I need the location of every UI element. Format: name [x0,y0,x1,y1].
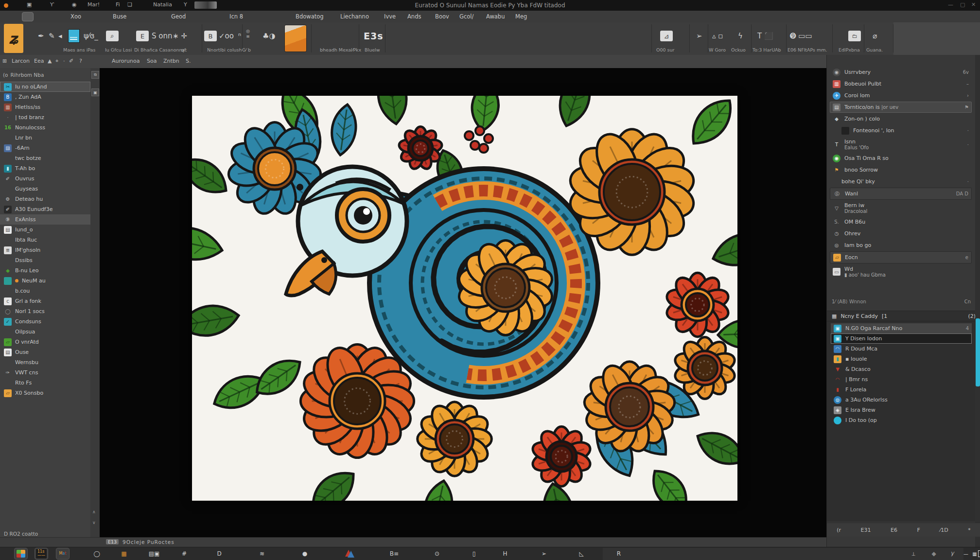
layers-footer-button-0[interactable]: (r [837,527,841,533]
cursor-app-icon[interactable]: ➢ [538,548,550,559]
gutter-scroll-down-icon[interactable]: ∨ [92,520,96,525]
chart-tool-icon[interactable]: ⊿ [660,29,673,43]
sidebar-item[interactable]: ▱X0 Sonsbo [0,388,90,398]
arrange-icons[interactable]: ▵ ▫ [712,29,723,43]
layers-footer-button-1[interactable]: E31 [861,527,871,533]
layers-footer-button-2[interactable]: E6 [891,527,897,533]
i-circle-app-icon[interactable]: ⊙ [431,548,443,559]
controlbar-item-1[interactable]: Larcon [12,58,30,64]
sidebar-item[interactable]: 16Nonulocsss [0,122,90,133]
text-block-icons[interactable]: T ⬛ [757,29,773,43]
target-icon[interactable]: ◉ [72,1,77,8]
layer-row[interactable]: ▼& Dcasco [831,364,972,374]
cursor-tool-icon[interactable]: ➢ [696,29,702,43]
layers-footer-button-3[interactable]: F [917,527,920,533]
menu-item-2[interactable]: Geod [171,13,186,20]
menu-item-7[interactable]: Ands [407,13,421,20]
sidebar-item[interactable]: ▥Hletlss/ss [0,102,90,112]
glyph-cluster-icon[interactable]: ψ⁄ɞ_ [84,29,98,43]
hash-app-icon[interactable]: # [178,548,191,559]
panel-row[interactable]: ▤Torntico/on is |or uev⚑ [830,102,972,113]
controlbar-item-2[interactable]: Eea [34,58,44,64]
stacked-circle-icon[interactable]: ◎≡ [246,29,250,43]
dual-window-icon[interactable]: ▤▣ [148,548,160,559]
panel-row[interactable]: ◎Iam bo go [830,240,972,251]
toolbar-text-sonn[interactable]: S onn [152,29,172,43]
sidebar-filter[interactable]: (o Rihrbom Nba [3,70,87,80]
sidebar-item[interactable]: ▤Ouse [0,347,90,357]
sidebar-item[interactable]: ▤Iund_o [0,225,90,235]
titlebar-label-natalia[interactable]: Natalia [153,1,172,8]
controlbar-item-6[interactable]: ✐ [69,58,73,64]
menu-item-3[interactable]: Icn 8 [229,13,243,20]
panel-row[interactable]: TIsnnEalus 'Ofo· [830,137,972,152]
show-desktop-button[interactable] [975,548,980,559]
shape-pair-icon[interactable]: ♣◑ [262,29,276,43]
sidebar-item[interactable]: ◯Norl 1 socs [0,306,90,316]
sidebar-item[interactable]: ✑VWT cns [0,368,90,378]
window-tool-icon[interactable]: ⌕ [106,29,119,43]
panel-row[interactable]: ✈Coroi lom› [830,90,972,101]
artwork-thumbnail[interactable] [284,25,307,52]
sidebar-item[interactable]: ·| tod branz [0,112,90,122]
toolbar-text-voo[interactable]: ✓oo [219,29,234,43]
blob-app-icon[interactable]: ● [298,548,311,559]
tray-logo-icon[interactable]: ◆ [928,548,940,559]
menu-item-9[interactable]: Gcol/ [459,13,473,20]
pencil-tool-icon[interactable]: ✎ [49,29,55,43]
panel-row[interactable]: S.OM B6u [830,216,972,228]
sidebar-item[interactable]: ▱O vnrAtd [0,337,90,347]
controlbar-item-3[interactable]: ▲ [48,58,52,64]
layers-panel-header[interactable]: ▦ Ncny E Caddy [1 (2) [827,311,980,321]
layer-row[interactable]: ▣Y Disen Iodon [831,333,972,344]
menu-item-11[interactable]: Meg [515,13,527,20]
document-canvas[interactable] [100,68,826,537]
pen-tool-icon[interactable]: ✒ [38,29,44,43]
sidebar-item[interactable]: ▮T-Ah bo [0,163,90,174]
h-app-icon[interactable]: H [499,548,511,559]
controlbar-item-9[interactable]: Soa [147,58,157,64]
bolt-tool-icon[interactable]: ϟ [738,29,743,43]
numbers-app-icon[interactable]: 11s—— [35,548,48,559]
minimize-button[interactable]: — [948,1,953,8]
maximize-button[interactable]: ▢ [960,1,965,8]
sidebar-item[interactable]: Oilpsua [0,327,90,337]
artboard-icons[interactable]: ➒ ▭▭ [790,29,812,43]
scrollbar-thumb[interactable] [976,318,980,386]
superscript-icon[interactable]: ⁿ [238,29,241,43]
sidebar-item[interactable]: Dssibs [0,255,90,265]
r-app-icon[interactable]: R [612,548,625,559]
sidebar-item[interactable]: Wernsbu [0,357,90,368]
sidebar-item[interactable]: cGrl a fonk [0,296,90,306]
sidebar-item[interactable]: twc botze [0,153,90,163]
titlebar-label-mar[interactable]: Mar! [88,1,100,8]
layers-footer-button-5[interactable]: * [968,527,971,533]
menu-item-4[interactable]: Bdowatog [296,13,324,20]
controlbar-item-5[interactable]: · [63,58,65,64]
menu-item-5[interactable]: Liechanno [340,13,369,20]
app-icon[interactable] [22,12,34,21]
sidebar-item[interactable]: NeuM au [0,276,90,286]
waves-app-icon[interactable]: ≋ [256,548,268,559]
menu-item-6[interactable]: Ivve [384,13,396,20]
sidebar-item[interactable]: B, Zun AdA [0,92,90,102]
controlbar-item-7[interactable]: ? [79,58,82,64]
b-list-app-icon[interactable]: B≡ [388,548,401,559]
window-glyph-icon[interactable]: ❏ [127,1,132,8]
folder-icon[interactable]: 🗀 [848,29,861,43]
panel-row[interactable]: ▭Wd▮ aoo' hau Gbma [830,264,972,280]
mat-app-icon[interactable]: Mat [56,548,69,559]
panel-scrollbar[interactable] [975,55,980,547]
panel-row[interactable]: Fonteonoi ', lon· [830,125,972,136]
small-arrow-icon[interactable]: ◂ [58,29,62,43]
b-panel-icon[interactable]: B [204,29,217,43]
panel-row[interactable]: ▱Eocne [830,251,972,263]
layer-row[interactable]: ◠R Doud Mca [831,344,972,354]
layer-row[interactable]: ◍a 3Au ORelorlss [831,395,972,405]
menu-item-10[interactable]: Awabu [486,13,505,20]
sidebar-item[interactable]: ✂Iu no oLAnd [0,82,90,92]
titlebar-label-fi[interactable]: Fi [116,1,120,8]
sidebar-item[interactable]: ✓Condsuns [0,316,90,327]
sidebar-item[interactable]: Lnr bn [0,133,90,143]
sidebar-item[interactable]: Rto Fs [0,378,90,388]
